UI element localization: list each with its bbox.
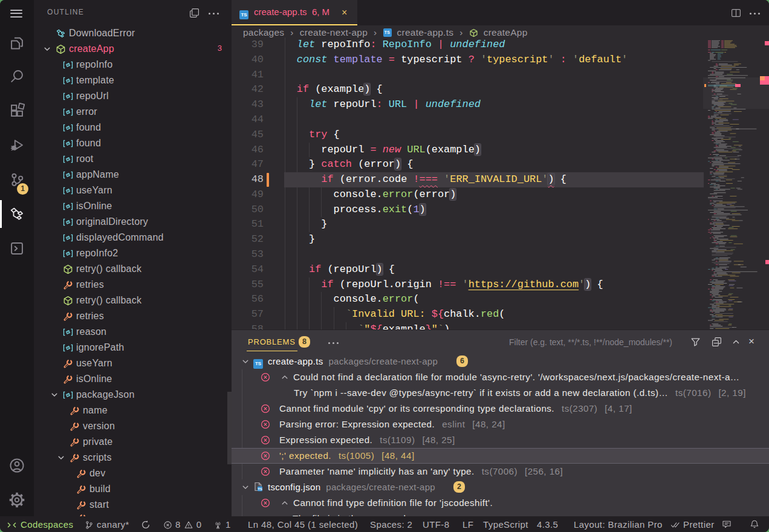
svg-text:TS: TS [258,487,262,491]
